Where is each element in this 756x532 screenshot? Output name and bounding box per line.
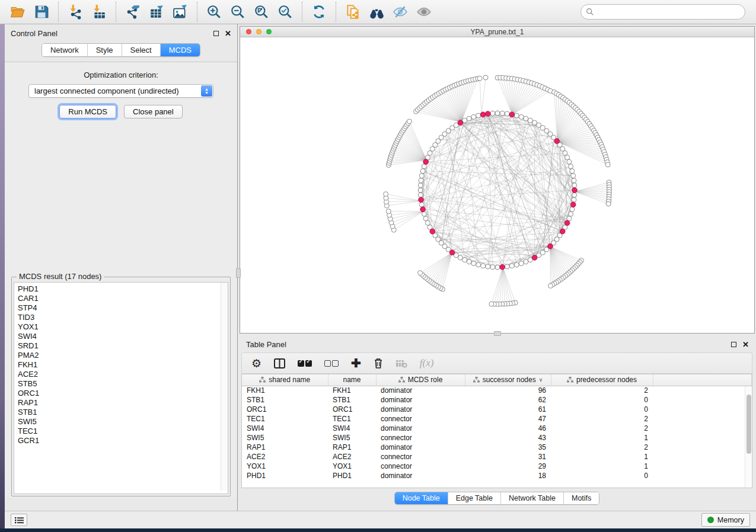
zoom-in-icon[interactable]	[202, 2, 226, 22]
mcds-list-scrollbar[interactable]	[221, 283, 228, 491]
cell-shared-name[interactable]: PHD1	[242, 471, 328, 480]
mcds-result-item[interactable]: SRD1	[18, 341, 228, 351]
export-network-icon[interactable]	[121, 2, 145, 22]
mcds-node[interactable]	[423, 159, 429, 165]
first-neighbors-icon[interactable]	[365, 2, 388, 22]
mcds-result-item[interactable]: TID3	[18, 313, 228, 322]
zoom-selected-icon[interactable]	[273, 2, 297, 22]
mcds-node[interactable]	[548, 243, 553, 249]
column-header-shared-name[interactable]: shared name	[242, 374, 328, 386]
mcds-node[interactable]	[485, 111, 490, 117]
cell-successor-nodes[interactable]: 35	[465, 443, 551, 452]
cell-predecessor-nodes[interactable]: 2	[551, 424, 653, 433]
apply-layout-icon[interactable]	[307, 2, 331, 22]
tab-mcds[interactable]: MCDS	[161, 44, 200, 56]
graph-node[interactable]	[572, 183, 577, 188]
graph-node[interactable]	[483, 75, 488, 80]
cell-name[interactable]: YOX1	[328, 462, 376, 471]
cell-shared-name[interactable]: ORC1	[242, 405, 328, 414]
mcds-node[interactable]	[419, 197, 424, 203]
mcds-result-item[interactable]: STP4	[18, 303, 228, 313]
table-row[interactable]: ORC1ORC1dominator610	[242, 405, 752, 414]
mcds-node[interactable]	[500, 264, 505, 270]
table-row[interactable]: FKH1FKH1dominator962	[242, 386, 752, 395]
cell-MCDS-role[interactable]: dominator	[376, 424, 465, 433]
splitter-handle[interactable]	[494, 331, 501, 336]
graph-node[interactable]	[419, 174, 424, 178]
graph-node[interactable]	[565, 155, 570, 160]
graph-node[interactable]	[423, 216, 428, 221]
table-scrollbar[interactable]	[745, 386, 751, 488]
tab-node-table[interactable]: Node Table	[395, 492, 448, 504]
cell-predecessor-nodes[interactable]: 1	[551, 462, 653, 471]
mcds-node[interactable]	[554, 139, 560, 144]
mcds-node[interactable]	[430, 229, 435, 234]
mcds-node[interactable]	[564, 220, 570, 226]
graph-node[interactable]	[476, 113, 481, 118]
table-row[interactable]: YOX1YOX1connector291	[242, 462, 752, 471]
close-panel-button[interactable]: Close panel	[124, 105, 183, 118]
delete-column-icon[interactable]	[374, 358, 383, 368]
graph-node[interactable]	[420, 169, 425, 174]
graph-node[interactable]	[606, 201, 611, 206]
graph-node[interactable]	[524, 116, 528, 121]
mcds-result-item[interactable]: YOX1	[18, 322, 228, 332]
cell-shared-name[interactable]: TEC1	[242, 414, 328, 424]
close-panel-icon[interactable]: ✕	[225, 30, 231, 37]
mcds-result-item[interactable]: PHD1	[18, 284, 228, 294]
cell-name[interactable]: SWI5	[328, 433, 376, 443]
export-table-icon[interactable]	[145, 2, 168, 22]
table-settings-icon[interactable]: ⚙	[251, 357, 261, 370]
graph-node[interactable]	[569, 164, 573, 169]
network-graph[interactable]	[240, 37, 754, 332]
table-row[interactable]: ACE2ACE2connector311	[242, 452, 752, 462]
cell-successor-nodes[interactable]: 29	[465, 462, 551, 471]
cell-successor-nodes[interactable]: 47	[465, 414, 551, 424]
network-window-titlebar[interactable]: YPA_prune.txt_1	[240, 27, 754, 37]
column-layout-icon[interactable]	[274, 358, 285, 368]
cell-MCDS-role[interactable]: connector	[376, 414, 465, 424]
cell-successor-nodes[interactable]: 96	[465, 386, 551, 395]
table-row[interactable]: RAP1RAP1dominator352	[242, 443, 752, 452]
zoom-fit-icon[interactable]	[250, 2, 273, 22]
table-row[interactable]: PHD1PHD1dominator180	[242, 471, 752, 480]
tab-style[interactable]: Style	[88, 44, 122, 56]
mcds-result-item[interactable]: RAP1	[18, 398, 228, 408]
add-column-icon[interactable]: ✚	[351, 356, 361, 370]
hide-selected-icon[interactable]	[388, 2, 412, 22]
table-row[interactable]: SWI4SWI4dominator462	[242, 424, 752, 433]
column-header-name[interactable]: name	[328, 374, 376, 386]
open-file-icon[interactable]	[6, 2, 30, 22]
cell-predecessor-nodes[interactable]: 2	[551, 414, 653, 424]
graph-node[interactable]	[467, 259, 471, 264]
export-image-icon[interactable]	[168, 2, 192, 22]
graph-node[interactable]	[548, 283, 553, 288]
criterion-select[interactable]: largest connected component (undirected)…	[28, 84, 213, 98]
cell-name[interactable]: SWI4	[328, 424, 376, 433]
graph-node[interactable]	[500, 111, 505, 116]
graph-node[interactable]	[422, 164, 426, 169]
cell-predecessor-nodes[interactable]: 0	[551, 405, 653, 414]
cell-MCDS-role[interactable]: dominator	[376, 395, 465, 405]
cell-shared-name[interactable]: ACE2	[242, 452, 328, 462]
graph-node[interactable]	[570, 169, 575, 174]
mcds-node[interactable]	[570, 202, 576, 207]
column-header-MCDS-role[interactable]: MCDS role	[376, 374, 465, 386]
mcds-node[interactable]	[458, 120, 463, 126]
graph-node[interactable]	[505, 111, 509, 116]
network-canvas[interactable]	[240, 37, 754, 332]
graph-node[interactable]	[476, 262, 481, 267]
table-scrollbar-thumb[interactable]	[747, 395, 751, 454]
import-network-icon[interactable]	[63, 2, 87, 22]
cell-MCDS-role[interactable]: connector	[376, 452, 465, 462]
graph-node[interactable]	[570, 207, 575, 211]
mcds-node[interactable]	[480, 112, 486, 117]
graph-node[interactable]	[418, 183, 423, 188]
float-panel-icon[interactable]	[213, 31, 219, 36]
graph-node[interactable]	[386, 209, 391, 214]
cell-predecessor-nodes[interactable]: 0	[551, 471, 653, 480]
mcds-result-item[interactable]: SWI4	[18, 332, 228, 341]
zoom-out-icon[interactable]	[226, 2, 250, 22]
cell-shared-name[interactable]: SWI5	[242, 433, 328, 443]
table-row[interactable]: STB1STB1dominator620	[242, 395, 752, 405]
